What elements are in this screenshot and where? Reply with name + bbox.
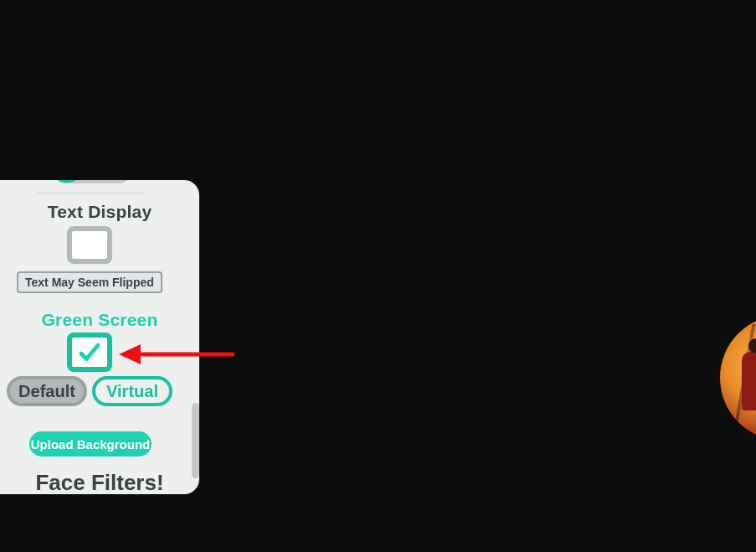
green-screen-title: Green Screen [0, 310, 199, 330]
face-filters-title: Face Filters! [0, 470, 199, 494]
mode-virtual-button[interactable]: Virtual [92, 376, 172, 406]
panel-scrollbar[interactable] [192, 403, 199, 478]
partial-toggle[interactable] [54, 180, 131, 183]
text-display-checkbox[interactable] [67, 226, 112, 264]
green-screen-checkbox[interactable] [67, 333, 112, 372]
settings-panel-inner: Text Display Text May Seem Flipped Green… [0, 180, 199, 494]
check-icon [77, 340, 102, 365]
avatar-figure [742, 352, 756, 410]
text-display-title: Text Display [0, 202, 199, 222]
text-flipped-note: Text May Seem Flipped [17, 271, 162, 293]
settings-panel: Text Display Text May Seem Flipped Green… [0, 180, 199, 494]
avatar[interactable] [720, 315, 756, 441]
mode-default-button[interactable]: Default [7, 376, 87, 406]
upload-background-button[interactable]: Upload Background [29, 431, 152, 457]
section-divider [37, 193, 143, 193]
